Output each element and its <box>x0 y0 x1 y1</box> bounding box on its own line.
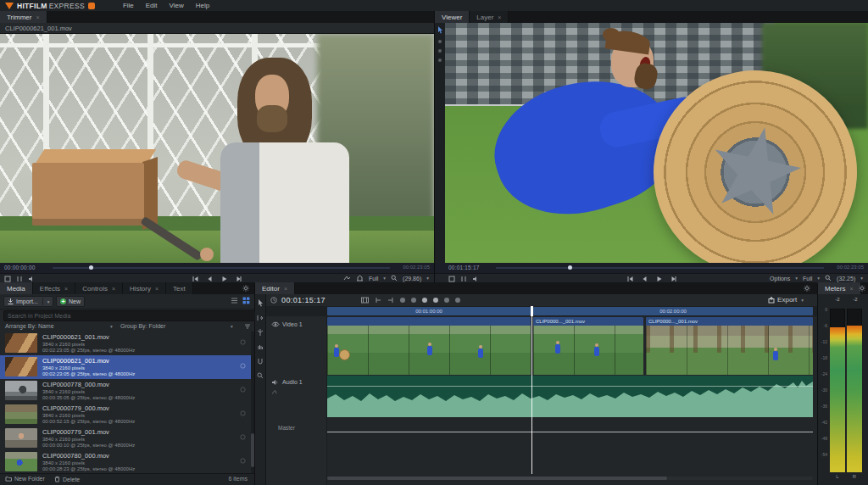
hand-tool-icon[interactable] <box>257 343 264 350</box>
timeline-ruler[interactable]: 00:01:00:00 00:02:00:00 <box>266 306 817 316</box>
tab-text[interactable]: Text <box>166 282 193 294</box>
item-options-icon[interactable] <box>240 339 246 345</box>
new-folder-button[interactable]: New Folder <box>5 476 45 482</box>
audio-mute-icon[interactable] <box>472 276 479 282</box>
tab-meters[interactable]: Meters × <box>818 282 861 294</box>
viewer-options-select[interactable]: Options <box>770 276 790 282</box>
close-icon[interactable]: × <box>155 286 159 292</box>
trimmer-scrub-bar[interactable]: 00:00:00:00 00:02:23:05 <box>0 263 434 273</box>
play-icon[interactable] <box>655 276 662 282</box>
media-item[interactable]: CLIP0000778_000.mov 3840 x 2160 pixels 0… <box>0 379 251 403</box>
snap-tool-icon[interactable] <box>257 358 264 365</box>
tab-effects[interactable]: Effects× <box>33 282 75 294</box>
toggle-icon[interactable] <box>444 298 449 303</box>
menu-view[interactable]: View <box>170 2 184 9</box>
play-icon[interactable] <box>221 276 228 282</box>
trimmer-scrub-track[interactable] <box>53 267 390 269</box>
go-to-start-icon[interactable] <box>192 276 199 282</box>
timeline-clip-1[interactable] <box>327 317 531 375</box>
import-button[interactable]: Import... ▾ <box>3 296 53 307</box>
viewer-zoom-level[interactable]: (32.25) <box>837 276 855 282</box>
editor-timecode[interactable]: 00:01:15:17 <box>281 296 326 304</box>
item-options-icon[interactable] <box>240 387 246 393</box>
step-forward-icon[interactable] <box>670 276 676 282</box>
close-icon[interactable]: × <box>64 286 68 292</box>
viewer-playhead-handle[interactable] <box>568 265 572 270</box>
viewer-fit-select[interactable]: Full <box>803 276 812 282</box>
audio-gain-line[interactable] <box>327 386 813 387</box>
set-in-out-icon[interactable] <box>16 276 23 282</box>
automation-icon[interactable] <box>271 389 277 395</box>
chevron-down-icon[interactable]: ▾ <box>110 324 113 329</box>
tab-media[interactable]: Media <box>0 282 33 294</box>
export-frame-icon[interactable] <box>448 276 455 282</box>
thumbnail-view-icon[interactable] <box>242 297 250 304</box>
go-to-start-icon[interactable] <box>626 276 633 282</box>
tool-icon[interactable] <box>438 40 442 43</box>
close-icon[interactable]: × <box>849 286 853 292</box>
close-icon[interactable]: × <box>284 286 287 292</box>
menu-file[interactable]: File <box>123 2 134 9</box>
menu-edit[interactable]: Edit <box>146 2 158 9</box>
toggle-icon[interactable] <box>422 298 427 303</box>
speaker-icon[interactable] <box>271 379 278 386</box>
mark-out-icon[interactable] <box>387 297 394 304</box>
fit-width-icon[interactable] <box>343 275 351 282</box>
toggle-icon[interactable] <box>433 298 438 303</box>
gear-icon[interactable] <box>242 285 249 292</box>
timeline-playhead[interactable] <box>531 306 532 474</box>
close-icon[interactable]: × <box>36 14 39 20</box>
chevron-down-icon[interactable]: ▾ <box>795 276 798 281</box>
media-item[interactable]: CLIP0000780_000.mov 3840 x 2160 pixels 0… <box>0 450 251 474</box>
master-automation-line[interactable] <box>327 432 813 432</box>
step-forward-icon[interactable] <box>236 276 242 282</box>
toggle-icon[interactable] <box>455 298 460 303</box>
close-icon[interactable]: × <box>498 14 501 20</box>
tool-icon[interactable] <box>438 59 442 62</box>
timeline-h-scrollbar[interactable] <box>327 477 813 480</box>
gear-icon[interactable] <box>859 285 865 292</box>
delete-button[interactable]: Delete <box>54 476 80 482</box>
tool-icon[interactable] <box>438 49 442 53</box>
chevron-down-icon[interactable]: ▾ <box>383 276 386 281</box>
video-track-label[interactable]: Video 1 <box>282 321 303 327</box>
audio-mute-icon[interactable] <box>28 276 35 282</box>
new-button[interactable]: + New <box>56 296 85 307</box>
eye-icon[interactable] <box>271 321 280 327</box>
tab-editor[interactable]: Editor × <box>255 282 295 294</box>
media-item[interactable]: CLIP0000779_001.mov 3840 x 2160 pixels 0… <box>0 426 251 450</box>
ripple-tool-icon[interactable] <box>257 315 264 321</box>
media-scrollbar[interactable] <box>251 332 254 474</box>
list-view-icon[interactable] <box>231 297 238 304</box>
viewer-scrub-track[interactable] <box>496 267 824 269</box>
viewer-video-preview[interactable] <box>445 23 868 263</box>
timeline-clip-3[interactable]: CLIP0000..._001.mov <box>646 317 813 375</box>
item-options-icon[interactable] <box>240 458 246 464</box>
film-icon[interactable] <box>361 297 369 304</box>
set-in-out-icon[interactable] <box>460 276 467 282</box>
slice-tool-icon[interactable] <box>257 329 264 336</box>
search-input[interactable] <box>3 310 258 321</box>
arrange-by-select[interactable]: Arrange By: Name <box>5 323 54 329</box>
tab-controls[interactable]: Controls× <box>75 282 123 294</box>
tab-viewer[interactable]: Viewer <box>435 11 470 23</box>
audio-track-label[interactable]: Audio 1 <box>282 379 303 385</box>
export-button[interactable]: Export ▾ <box>768 295 804 304</box>
item-options-icon[interactable] <box>240 434 246 440</box>
trimmer-playhead-handle[interactable] <box>89 265 93 270</box>
item-options-icon[interactable] <box>240 363 246 369</box>
trimmer-video-preview[interactable] <box>0 34 434 263</box>
close-icon[interactable]: × <box>112 286 115 292</box>
item-options-icon[interactable] <box>240 410 246 416</box>
step-back-icon[interactable] <box>641 276 648 282</box>
timeline-playhead-cap[interactable] <box>531 306 533 316</box>
step-back-icon[interactable] <box>207 276 214 282</box>
fit-height-icon[interactable] <box>356 275 364 282</box>
mark-in-icon[interactable] <box>375 297 381 304</box>
group-by-select[interactable]: Group By: Folder <box>120 323 165 329</box>
trimmer-zoom-level[interactable]: (29.86) <box>403 276 421 282</box>
tab-trimmer[interactable]: Trimmer × <box>0 11 47 23</box>
timeline-clip-2[interactable]: CLIP0000..._001.mov <box>533 317 643 375</box>
zoom-tool-icon[interactable] <box>257 372 264 379</box>
sort-order-icon[interactable] <box>244 323 251 330</box>
